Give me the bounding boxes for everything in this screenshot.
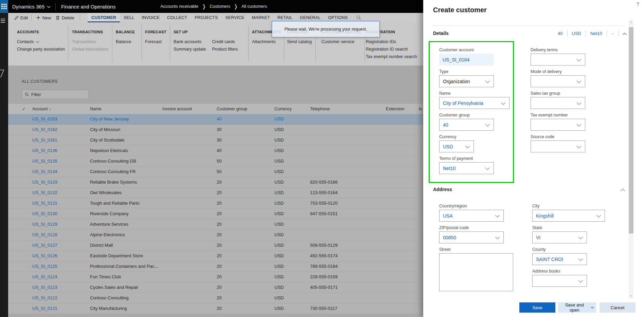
tab-service[interactable]: SERVICE (221, 13, 248, 22)
source-code-dropdown[interactable] (531, 141, 585, 152)
account-link[interactable]: US_SI_0121 (32, 303, 57, 314)
ribbon-item-balance[interactable]: Balance (116, 38, 131, 45)
product-name[interactable]: Finance and Operations (61, 4, 115, 10)
dynamics-365-menu[interactable]: Dynamics 365 (12, 4, 44, 10)
table-row[interactable]: US_SI_0134Contoso Consulting FR50USD (8, 167, 423, 177)
account-link[interactable]: US_SI_0123 (32, 282, 57, 293)
account-link[interactable]: US_SI_0133 (32, 177, 57, 188)
table-row[interactable]: US_SI_0162City of Missouri30USD (8, 125, 423, 135)
collapse-address-icon[interactable] (621, 189, 625, 193)
ribbon-item-registration-ids[interactable]: Registration IDs (366, 38, 417, 45)
account-link[interactable]: US_SI_0125 (32, 261, 57, 272)
table-row[interactable]: US_SI_0124Fun Times Club20USD228-555-015… (8, 272, 423, 282)
ribbon-item-product-filters[interactable]: Product filters (212, 45, 238, 53)
column-header-name[interactable]: Name (90, 104, 101, 114)
new-button[interactable]: New (36, 15, 51, 20)
account-link[interactable]: US_SI_0135 (32, 156, 57, 167)
state-dropdown[interactable]: VI (532, 231, 587, 243)
account-link[interactable]: US_SI_0122 (32, 293, 57, 303)
account-link[interactable]: US_SI_0124 (32, 272, 57, 282)
delete-button[interactable]: Delete (56, 15, 74, 20)
column-header-account[interactable]: Account ↓ (32, 104, 51, 114)
customer-group-dropdown[interactable]: 40 (439, 119, 494, 131)
help-icon[interactable]: ? (637, 1, 639, 7)
name-dropdown[interactable]: City of Pensylvania (439, 97, 509, 109)
search-button[interactable] (356, 15, 361, 20)
account-link[interactable]: US_SI_0128 (32, 230, 57, 240)
ribbon-item-credit-cards[interactable]: Credit cards (212, 38, 238, 45)
delivery-terms-dropdown[interactable] (531, 54, 585, 66)
ribbon-item-attachments[interactable]: Attachments (252, 38, 275, 45)
ribbon-item-contacts[interactable]: Contacts (17, 38, 65, 45)
scrollbar-thumb[interactable] (629, 27, 633, 234)
table-row[interactable]: US_SI_0128Alpine Electronics20USD (8, 230, 423, 240)
panel-scrollbar[interactable]: ˄ ˅ (629, 20, 633, 299)
table-row[interactable]: US_SI_0133Reliable Brake Systems20USD820… (8, 177, 423, 188)
table-row[interactable]: US_SI_0121City Manufacturing20USD730-555… (8, 303, 423, 314)
account-link[interactable]: US_SI_0131 (32, 198, 57, 209)
ribbon-item-forecast[interactable]: Forecast (145, 38, 162, 45)
table-row[interactable]: US_SI_0163City of New Jerssey40USD (8, 114, 423, 125)
save-button[interactable]: Save (519, 302, 555, 313)
tab-projects[interactable]: PROJECTS (191, 13, 221, 22)
select-all-checkmark-icon[interactable]: ✓ (22, 104, 25, 114)
ribbon-item-bank-accounts[interactable]: Bank accounts (174, 38, 206, 45)
street-textarea[interactable] (439, 253, 513, 291)
ribbon-item-change-party-association[interactable]: Change party association (17, 45, 65, 53)
filter-input[interactable]: Filter (22, 90, 89, 99)
account-link[interactable]: US_SI_0134 (32, 167, 57, 177)
table-row[interactable]: US_SI_0130Riverside Company20USD847-555-… (8, 209, 423, 219)
ribbon-item-summary-update[interactable]: Summary update (174, 45, 206, 53)
county-dropdown[interactable]: SAINT CROI (532, 253, 587, 265)
column-header-telephone[interactable]: Telephone (310, 104, 330, 114)
table-row[interactable]: US_SI_0122Contoso Consulting20USD (8, 293, 423, 303)
table-row[interactable]: US_SI_0123Cycles Sales and Repair20USD40… (8, 282, 423, 293)
edit-button[interactable]: Edit (14, 15, 28, 20)
account-link[interactable]: US_SI_0126 (32, 251, 57, 261)
column-header-invoice-account[interactable]: Invoice account (162, 104, 192, 114)
column-header-currency[interactable]: Currency (274, 104, 292, 114)
breadcrumb-accounts-receivable[interactable]: Accounts receivable (160, 4, 198, 9)
account-link[interactable]: US_SI_0130 (32, 209, 57, 219)
currency-dropdown[interactable]: USD (439, 141, 474, 152)
account-link[interactable]: US_SI_0163 (32, 114, 57, 125)
city-dropdown[interactable]: Kingshill (532, 210, 605, 222)
save-and-open-button[interactable]: Save and open (558, 302, 596, 313)
table-row[interactable]: US_SI_0161City of Scottsdale30USD (8, 135, 423, 146)
scroll-up-icon[interactable]: ˄ (629, 21, 633, 24)
account-link[interactable]: US_SI_0162 (32, 125, 57, 135)
tab-customer[interactable]: CUSTOMER (88, 13, 120, 22)
app-launcher-button[interactable] (0, 0, 8, 13)
table-row[interactable]: US_SI_0127District Mall20USD508-555-0129 (8, 240, 423, 251)
country-region-dropdown[interactable]: USA (439, 210, 504, 222)
sales-tax-group-dropdown[interactable] (531, 97, 585, 109)
account-link[interactable]: US_SI_0161 (32, 135, 57, 146)
breadcrumb-customers[interactable]: Customers (210, 4, 230, 9)
scroll-down-icon[interactable]: ˅ (629, 294, 633, 298)
table-row[interactable]: US_SI_0125Professional Containers and Pa… (8, 261, 423, 272)
customer-account-input[interactable]: US_SI_0164 (439, 54, 494, 66)
column-header-customer-group[interactable]: Customer group (217, 104, 247, 114)
account-link[interactable]: US_SI_0132 (32, 188, 57, 198)
details-section-header[interactable]: Details (433, 31, 449, 36)
ribbon-item-customer-service[interactable]: Customer service (321, 38, 354, 45)
column-header-is[interactable]: Is (419, 104, 422, 114)
cancel-button[interactable]: Cancel (600, 302, 636, 313)
zip-postal-code-dropdown[interactable]: 00850 (439, 231, 504, 243)
account-link[interactable]: US_SI_0127 (32, 240, 57, 251)
ribbon-item-send-catalog[interactable]: Send catalog (287, 38, 312, 45)
mode-of-delivery-dropdown[interactable] (531, 75, 585, 87)
ribbon-item-registration-id-search[interactable]: Registration ID search (366, 45, 417, 53)
tab-sell[interactable]: SELL (120, 13, 138, 22)
tab-market[interactable]: MARKET (248, 13, 274, 22)
table-row[interactable]: US_SI_0129Adventure Services20USD (8, 219, 423, 230)
column-header-extension[interactable]: Extension (386, 104, 405, 114)
table-row[interactable]: US_SI_0135Contoso Consulting GB50USD (8, 156, 423, 167)
table-row[interactable]: US_SI_0131Tough and Reliable Parts20USD7… (8, 198, 423, 209)
type-dropdown[interactable]: Organization (439, 75, 494, 87)
account-link[interactable]: US_SI_0136 (32, 146, 57, 156)
breadcrumb-all-customers[interactable]: All customers (242, 4, 267, 9)
ribbon-item-tax-exempt-number-search[interactable]: Tax exempt number search (366, 53, 417, 60)
address-section-header[interactable]: Address (433, 187, 452, 192)
tax-exempt-number-dropdown[interactable] (531, 119, 585, 131)
